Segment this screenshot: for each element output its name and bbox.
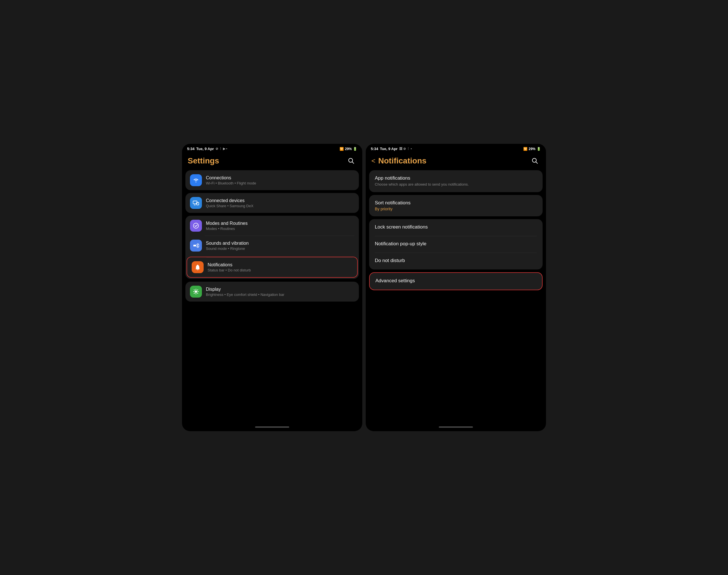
settings-item-connected-devices[interactable]: Connected devices Quick Share • Samsung …	[186, 193, 359, 213]
connections-text: Connections Wi-Fi • Bluetooth • Flight m…	[206, 175, 354, 185]
left-battery-pct: 29%	[345, 147, 352, 151]
left-status-right: 🛜 29% 🔋	[339, 147, 357, 151]
right-bottom-bar	[366, 424, 546, 431]
svg-rect-7	[193, 245, 195, 246]
settings-group-connections: Connections Wi-Fi • Bluetooth • Flight m…	[186, 170, 359, 190]
right-bottom-handle	[439, 426, 473, 428]
right-screen-title: Notifications	[378, 156, 427, 165]
right-battery-pct: 29%	[529, 147, 535, 151]
left-settings-list: Connections Wi-Fi • Bluetooth • Flight m…	[182, 170, 362, 424]
right-status-left: 5:34 Tue, 9 Apr 🖼 ⊘ ⋮ •	[371, 147, 412, 151]
svg-point-8	[195, 291, 197, 293]
svg-point-2	[196, 182, 197, 182]
notifications-icon	[192, 261, 204, 273]
notifications-text: Notifications Status bar • Do not distur…	[208, 262, 353, 272]
settings-item-notifications[interactable]: Notifications Status bar • Do not distur…	[187, 257, 358, 278]
svg-line-16	[194, 293, 195, 294]
display-text: Display Brightness • Eye comfort shield …	[206, 287, 354, 297]
left-status-icons: ⊘ ⋮ ▶ •	[216, 147, 227, 150]
left-date: Tue, 9 Apr	[196, 147, 214, 151]
sort-notifications-accent: By priority	[375, 207, 537, 211]
display-subtitle: Brightness • Eye comfort shield • Naviga…	[206, 293, 354, 297]
svg-line-18	[536, 162, 538, 164]
screens-container: 5:34 Tue, 9 Apr ⊘ ⋮ ▶ • 🛜 29% 🔋 Settings	[182, 144, 546, 431]
app-notifications-title: App notifications	[375, 175, 537, 181]
connected-devices-icon	[190, 197, 202, 209]
right-phone-screen: 5:34 Tue, 9 Apr 🖼 ⊘ ⋮ • 🛜 29% 🔋 < Notifi…	[366, 144, 546, 431]
left-status-left: 5:34 Tue, 9 Apr ⊘ ⋮ ▶ •	[187, 147, 227, 151]
connections-icon	[190, 174, 202, 186]
settings-item-display[interactable]: Display Brightness • Eye comfort shield …	[186, 282, 359, 302]
sounds-vibration-subtitle: Sound mode • Ringtone	[206, 246, 354, 251]
right-battery-icon: 🔋	[537, 147, 541, 151]
right-header-left: < Notifications	[371, 156, 427, 165]
connections-subtitle: Wi-Fi • Bluetooth • Flight mode	[206, 181, 354, 185]
right-status-bar: 5:34 Tue, 9 Apr 🖼 ⊘ ⋮ • 🛜 29% 🔋	[366, 144, 546, 153]
right-status-icons: 🖼 ⊘ ⋮ •	[399, 147, 412, 150]
svg-point-6	[193, 223, 198, 228]
notif-item-sort-notifications[interactable]: Sort notifications By priority	[369, 195, 542, 216]
sort-notifications-title: Sort notifications	[375, 200, 537, 206]
sounds-vibration-icon	[190, 240, 202, 251]
notif-group-advanced: Advanced settings	[369, 272, 542, 290]
sounds-vibration-text: Sounds and vibration Sound mode • Ringto…	[206, 241, 354, 251]
modes-routines-subtitle: Modes • Routines	[206, 227, 354, 231]
left-screen-header: Settings	[182, 153, 362, 170]
settings-group-devices: Connected devices Quick Share • Samsung …	[186, 193, 359, 213]
modes-routines-icon	[190, 220, 202, 232]
left-wifi-icon: 🛜	[339, 147, 344, 151]
right-time: 5:34	[371, 147, 378, 151]
connections-title: Connections	[206, 175, 354, 180]
settings-group-modes-sounds-notif: Modes and Routines Modes • Routines	[186, 216, 359, 279]
settings-item-sounds-vibration[interactable]: Sounds and vibration Sound mode • Ringto…	[186, 236, 359, 256]
connected-devices-text: Connected devices Quick Share • Samsung …	[206, 198, 354, 208]
svg-line-13	[194, 290, 195, 290]
notifications-title: Notifications	[208, 262, 353, 267]
notifications-subtitle: Status bar • Do not disturb	[208, 268, 353, 272]
notif-item-advanced-settings[interactable]: Advanced settings	[370, 273, 542, 290]
svg-line-1	[352, 162, 354, 164]
right-wifi-icon: 🛜	[523, 147, 528, 151]
left-time: 5:34	[187, 147, 195, 151]
left-screen-title: Settings	[188, 156, 219, 165]
display-icon	[190, 286, 202, 298]
notif-group-sort: Sort notifications By priority	[369, 195, 542, 216]
left-status-bar: 5:34 Tue, 9 Apr ⊘ ⋮ ▶ • 🛜 29% 🔋	[182, 144, 362, 153]
right-search-icon	[532, 158, 538, 164]
right-search-button[interactable]	[530, 156, 540, 166]
right-date: Tue, 9 Apr	[380, 147, 398, 151]
right-notif-list: App notifications Choose which apps are …	[366, 170, 546, 424]
notification-popup-style-title: Notification pop-up style	[375, 241, 537, 247]
sounds-vibration-title: Sounds and vibration	[206, 241, 354, 246]
left-bottom-bar	[182, 424, 362, 431]
back-button[interactable]: <	[371, 157, 375, 165]
modes-routines-title: Modes and Routines	[206, 221, 354, 226]
connected-devices-subtitle: Quick Share • Samsung DeX	[206, 204, 354, 208]
modes-routines-text: Modes and Routines Modes • Routines	[206, 221, 354, 231]
notif-item-popup-style[interactable]: Notification pop-up style	[369, 236, 542, 253]
left-battery-icon: 🔋	[353, 147, 357, 151]
left-bottom-handle	[255, 426, 289, 428]
svg-line-14	[197, 293, 198, 294]
settings-item-connections[interactable]: Connections Wi-Fi • Bluetooth • Flight m…	[186, 170, 359, 190]
notif-item-lock-screen[interactable]: Lock screen notifications	[369, 219, 542, 236]
left-search-button[interactable]	[346, 156, 357, 166]
do-not-disturb-title: Do not disturb	[375, 258, 537, 264]
settings-group-display: Display Brightness • Eye comfort shield …	[186, 282, 359, 302]
advanced-settings-title: Advanced settings	[375, 278, 536, 284]
connected-devices-title: Connected devices	[206, 198, 354, 203]
notif-item-do-not-disturb[interactable]: Do not disturb	[369, 253, 542, 269]
notif-item-app-notifications[interactable]: App notifications Choose which apps are …	[369, 170, 542, 192]
app-notifications-subtitle: Choose which apps are allowed to send yo…	[375, 182, 537, 187]
left-phone-screen: 5:34 Tue, 9 Apr ⊘ ⋮ ▶ • 🛜 29% 🔋 Settings	[182, 144, 362, 431]
notif-group-app: App notifications Choose which apps are …	[369, 170, 542, 192]
display-title: Display	[206, 287, 354, 292]
lock-screen-notifications-title: Lock screen notifications	[375, 224, 537, 230]
right-status-right: 🛜 29% 🔋	[523, 147, 541, 151]
right-screen-header: < Notifications	[366, 153, 546, 170]
notif-group-misc: Lock screen notifications Notification p…	[369, 219, 542, 269]
svg-line-15	[197, 290, 198, 290]
settings-item-modes-routines[interactable]: Modes and Routines Modes • Routines	[186, 216, 359, 236]
left-search-icon	[348, 158, 354, 164]
